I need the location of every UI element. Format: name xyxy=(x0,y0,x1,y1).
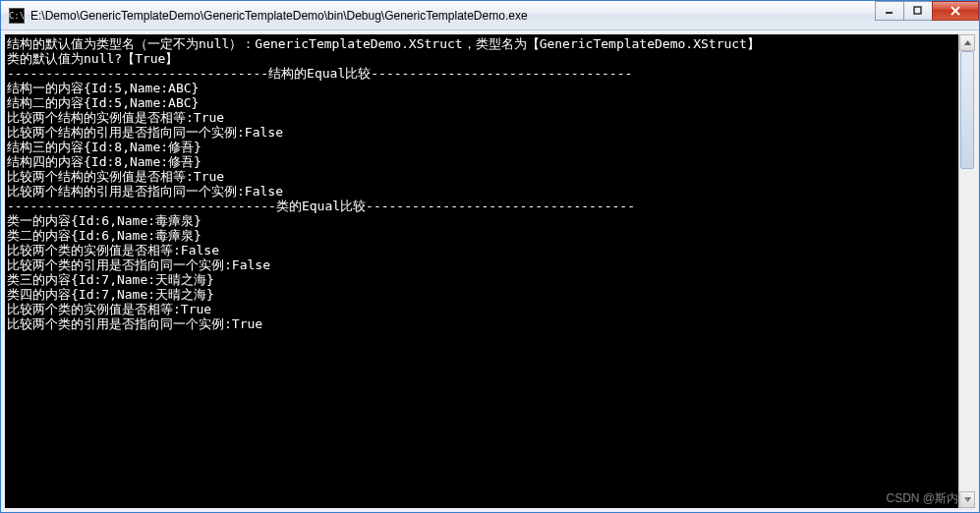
console-line: 类二的内容{Id:6,Name:毒瘴泉} xyxy=(7,228,956,243)
vertical-scrollbar[interactable] xyxy=(958,34,975,508)
console-line: 比较两个类的引用是否指向同一个实例:True xyxy=(7,316,956,331)
console-line: 结构四的内容{Id:8,Name:修吾} xyxy=(7,154,956,169)
minimize-icon xyxy=(885,6,894,16)
window-controls xyxy=(876,1,979,23)
scroll-down-button[interactable] xyxy=(959,491,975,508)
minimize-button[interactable] xyxy=(875,1,904,21)
console-line: 比较两个类的实例值是否相等:True xyxy=(7,302,956,316)
console-line: 比较两个类的引用是否指向同一个实例:False xyxy=(7,257,956,272)
console-line: ----------------------------------结构的Equ… xyxy=(7,66,956,81)
console-line: 比较两个结构的引用是否指向同一个实例:False xyxy=(7,184,956,199)
console-line: 类一的内容{Id:6,Name:毒瘴泉} xyxy=(7,213,956,228)
console-line: 比较两个结构的引用是否指向同一个实例:False xyxy=(7,125,956,140)
app-icon: C:\ xyxy=(9,8,25,24)
console-line: 结构一的内容{Id:5,Name:ABC} xyxy=(7,81,956,95)
close-icon xyxy=(950,6,961,16)
scroll-track[interactable] xyxy=(959,51,975,491)
console-line: 类的默认值为null?【True】 xyxy=(7,51,956,66)
console-line: 比较两个结构的实例值是否相等:True xyxy=(7,169,956,184)
console-line: 类三的内容{Id:7,Name:天晴之海} xyxy=(7,272,956,287)
client-area: 结构的默认值为类型名（一定不为null）：GenericTemplateDemo… xyxy=(1,30,979,512)
chevron-up-icon xyxy=(964,40,971,45)
scroll-up-button[interactable] xyxy=(959,34,975,51)
svg-rect-1 xyxy=(914,7,921,14)
console-output[interactable]: 结构的默认值为类型名（一定不为null）：GenericTemplateDemo… xyxy=(5,34,958,508)
console-line: 结构的默认值为类型名（一定不为null）：GenericTemplateDemo… xyxy=(7,36,956,51)
console-line: 结构三的内容{Id:8,Name:修吾} xyxy=(7,140,956,154)
titlebar[interactable]: C:\ E:\Demo\GenericTemplateDemo\GenericT… xyxy=(1,1,979,30)
svg-marker-5 xyxy=(964,497,971,502)
console-line: 比较两个结构的实例值是否相等:True xyxy=(7,110,956,125)
app-window: C:\ E:\Demo\GenericTemplateDemo\GenericT… xyxy=(0,0,980,513)
chevron-down-icon xyxy=(964,497,971,502)
console-line: 比较两个类的实例值是否相等:False xyxy=(7,243,956,257)
scroll-thumb[interactable] xyxy=(960,51,974,169)
maximize-button[interactable] xyxy=(903,1,933,21)
console-line: -----------------------------------类的Equ… xyxy=(7,199,956,213)
svg-marker-4 xyxy=(964,40,971,45)
console-line: 类四的内容{Id:7,Name:天晴之海} xyxy=(7,287,956,302)
console-line: 结构二的内容{Id:5,Name:ABC} xyxy=(7,95,956,110)
maximize-icon xyxy=(913,6,923,16)
close-button[interactable] xyxy=(932,1,979,21)
window-title: E:\Demo\GenericTemplateDemo\GenericTempl… xyxy=(30,9,979,23)
